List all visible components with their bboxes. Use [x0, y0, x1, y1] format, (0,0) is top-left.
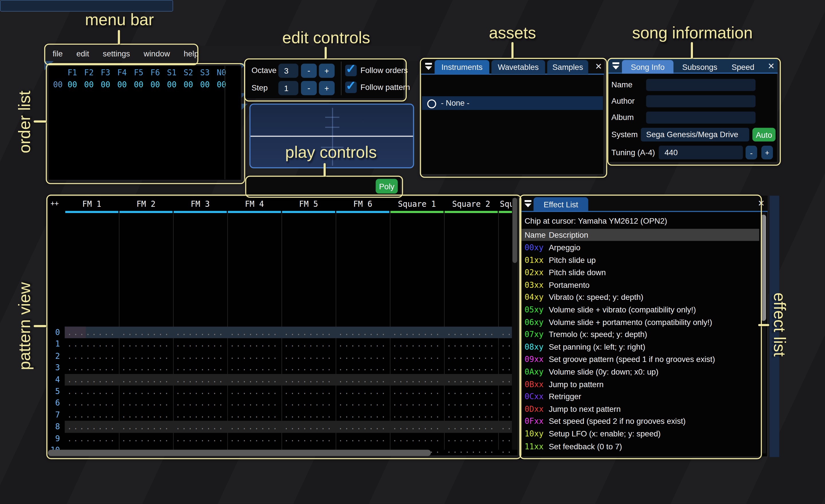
pattern-cell[interactable]: ...........	[67, 397, 116, 409]
channel-header-fm-6[interactable]: FM 6	[336, 199, 390, 209]
pattern-cell[interactable]: ...........	[392, 397, 441, 409]
pattern-cell[interactable]: ...........	[122, 374, 170, 386]
pattern-cell[interactable]: ...........	[392, 338, 441, 350]
pattern-cell[interactable]: ...........	[122, 397, 170, 409]
tab-effect-list[interactable]: Effect List	[533, 197, 588, 212]
pattern-cell[interactable]: ...........	[338, 338, 387, 350]
pattern-cell[interactable]: ...........	[501, 409, 512, 421]
menu-settings[interactable]: settings	[96, 46, 137, 61]
pattern-vscrollbar[interactable]	[512, 198, 518, 450]
channel-header-square-1[interactable]: Square 1	[390, 199, 444, 209]
pattern-cell[interactable]: ...........	[284, 397, 333, 409]
pattern-cell[interactable]: ...........	[501, 433, 512, 444]
pattern-cell[interactable]: ...........	[284, 433, 333, 444]
pattern-cell[interactable]: ...........	[67, 350, 116, 362]
pattern-cell[interactable]: ...........	[447, 362, 496, 374]
channel-header-square-2[interactable]: Square 2	[444, 199, 498, 209]
effect-list-vscrollbar-thumb[interactable]	[761, 215, 766, 321]
pattern-cell[interactable]: ...........	[122, 362, 170, 374]
pattern-cell[interactable]: ...........	[175, 374, 225, 386]
pattern-cell[interactable]: ...........	[392, 374, 441, 386]
pattern-cell[interactable]: ...........	[122, 327, 170, 338]
tuning-input[interactable]: 440	[659, 146, 743, 160]
pattern-cell[interactable]: ...........	[447, 409, 496, 421]
pattern-cell[interactable]: ...........	[392, 409, 441, 421]
pattern-cell[interactable]: ...........	[122, 350, 170, 362]
tuning-minus-button[interactable]: -	[746, 146, 757, 160]
pattern-cell[interactable]: ...........	[447, 374, 496, 386]
menu-window[interactable]: window	[137, 46, 177, 61]
pattern-cell[interactable]: ...........	[67, 338, 116, 350]
pattern-cell[interactable]: ...........	[392, 362, 441, 374]
order-cell[interactable]: 00	[81, 80, 97, 89]
order-cell[interactable]: 00	[131, 80, 147, 89]
pattern-cell[interactable]: ...........	[447, 433, 496, 444]
pattern-cell[interactable]: ...........	[447, 386, 496, 397]
pattern-cell[interactable]: ...........	[230, 350, 279, 362]
channel-header-fm-4[interactable]: FM 4	[227, 199, 281, 209]
pattern-cell[interactable]: ...........	[230, 327, 279, 338]
pattern-cell[interactable]: ...........	[122, 409, 170, 421]
order-cell[interactable]: 00	[147, 80, 163, 89]
pattern-cell[interactable]: ...........	[67, 362, 116, 374]
pattern-cell[interactable]: ...........	[175, 409, 225, 421]
pattern-cell[interactable]: ...........	[284, 409, 333, 421]
name-input[interactable]	[646, 79, 756, 91]
auto-system-button[interactable]: Auto	[753, 128, 776, 142]
pattern-cell[interactable]: ...........	[122, 338, 170, 350]
channel-header-fm-3[interactable]: FM 3	[173, 199, 227, 209]
pattern-cell[interactable]: ...........	[175, 362, 225, 374]
pattern-cell[interactable]: ...........	[447, 350, 496, 362]
pattern-cell[interactable]: ...........	[501, 421, 512, 433]
menu-edit[interactable]: edit	[70, 46, 96, 61]
pattern-cell[interactable]: ...........	[67, 421, 116, 433]
pattern-cell[interactable]: ...........	[338, 421, 387, 433]
pattern-cell[interactable]: ...........	[284, 386, 333, 397]
order-cell[interactable]: 00	[197, 80, 213, 89]
pattern-cell[interactable]: ...........	[447, 397, 496, 409]
tab-wavetables[interactable]: Wavetables	[492, 60, 545, 74]
pattern-cell[interactable]: ...........	[338, 362, 387, 374]
pattern-cell[interactable]: ...........	[392, 421, 441, 433]
pattern-cell[interactable]: ...........	[501, 327, 512, 338]
pattern-cell[interactable]: ...........	[447, 421, 496, 433]
pattern-corner[interactable]: ++	[51, 198, 59, 209]
tab-song-info[interactable]: Song Info	[622, 60, 673, 74]
pattern-cell[interactable]: ...........	[67, 327, 116, 338]
order-cell[interactable]: 00	[114, 80, 130, 89]
follow-pattern-checkbox[interactable]: ✓	[345, 82, 357, 93]
pattern-cell[interactable]: ...........	[447, 444, 496, 456]
order-cell[interactable]: 00	[97, 80, 114, 89]
pattern-hscrollbar-thumb[interactable]	[48, 449, 431, 456]
pattern-cell[interactable]: ...........	[392, 350, 441, 362]
pattern-cell[interactable]: ...........	[392, 386, 441, 397]
pattern-cell[interactable]: ...........	[230, 421, 279, 433]
order-cell[interactable]: 00	[64, 80, 80, 89]
pattern-cell[interactable]: ...........	[284, 374, 333, 386]
pattern-cell[interactable]: ...........	[175, 350, 225, 362]
pattern-cell[interactable]: ...........	[122, 433, 170, 444]
follow-orders-checkbox[interactable]: ✓	[345, 65, 357, 76]
channel-header-fm-1[interactable]: FM 1	[65, 199, 119, 209]
pattern-cell[interactable]: ...........	[67, 409, 116, 421]
pattern-cell[interactable]: ...........	[175, 338, 225, 350]
pattern-cell[interactable]: ...........	[230, 409, 279, 421]
pattern-cell[interactable]: ...........	[447, 327, 496, 338]
close-icon[interactable]: ✕	[758, 199, 765, 207]
pattern-cell[interactable]: ...........	[67, 433, 116, 444]
pattern-cell[interactable]: ...........	[230, 397, 279, 409]
pattern-cell[interactable]: ...........	[230, 374, 279, 386]
menu-help[interactable]: help	[177, 46, 205, 61]
pattern-cell[interactable]: ...........	[230, 386, 279, 397]
channel-header-fm-5[interactable]: FM 5	[282, 199, 336, 209]
author-input[interactable]	[646, 95, 756, 107]
pattern-cell[interactable]: ...........	[501, 397, 512, 409]
menu-file[interactable]: file	[46, 46, 70, 61]
pattern-vscrollbar-thumb[interactable]	[513, 198, 517, 263]
pattern-cell[interactable]: ...........	[284, 338, 333, 350]
close-icon[interactable]: ✕	[595, 63, 602, 71]
pattern-cell[interactable]: ...........	[501, 350, 512, 362]
collapse-icon[interactable]	[424, 62, 433, 72]
pattern-cell[interactable]: ...........	[501, 444, 512, 456]
pattern-cell[interactable]: ...........	[501, 386, 512, 397]
